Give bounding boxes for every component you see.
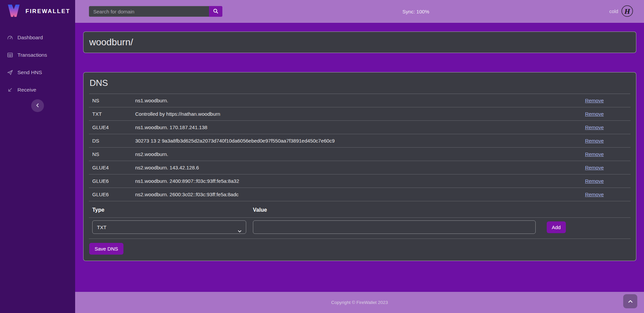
firewallet-w-logo-icon — [6, 3, 21, 19]
top-bar: Sync: 100% cold H — [75, 0, 644, 23]
wallet-name: cold — [609, 9, 618, 14]
remove-record-link[interactable]: Remove — [585, 124, 604, 130]
sidebar-item-send-hns[interactable]: Send HNS — [0, 64, 75, 81]
handshake-logo-icon: H — [621, 5, 633, 18]
dns-records-body: NS ns1.woodburn. Remove TXT Controlled b… — [89, 94, 631, 201]
sidebar-item-receive[interactable]: Receive — [0, 81, 75, 99]
sidebar-item-label: Receive — [17, 87, 36, 93]
record-type: GLUE4 — [89, 121, 132, 134]
copyright-text: Copyright © FireWallet 2023 — [331, 300, 388, 305]
search-button[interactable] — [209, 6, 222, 17]
record-type: NS — [89, 94, 132, 107]
sidebar-collapse-button[interactable] — [31, 99, 44, 112]
record-value: ns1.woodburn. — [132, 94, 543, 107]
remove-record-link[interactable]: Remove — [585, 192, 604, 197]
send-icon — [7, 69, 13, 75]
sidebar-item-label: Dashboard — [17, 35, 43, 41]
add-record-button[interactable]: Add — [547, 221, 566, 233]
chevron-left-icon — [36, 103, 40, 108]
table-row: NS ns1.woodburn. Remove — [89, 94, 631, 107]
gauge-icon — [7, 35, 13, 41]
brand: FIREWALLET — [0, 0, 75, 23]
wallet-menu[interactable]: cold H — [609, 5, 633, 18]
brand-name: FIREWALLET — [25, 8, 70, 15]
scroll-to-top-button[interactable] — [623, 294, 637, 308]
remove-record-link[interactable]: Remove — [585, 138, 604, 144]
table-row: DS 30273 13 2 9a3a8fb3d625d2a2073d740f10… — [89, 134, 631, 148]
domain-title-card: woodburn/ — [83, 32, 636, 53]
table-row: GLUE4 ns2.woodburn. 143.42.128.6 Remove — [89, 161, 631, 174]
remove-record-link[interactable]: Remove — [585, 98, 604, 103]
dns-records-table: NS ns1.woodburn. Remove TXT Controlled b… — [89, 94, 631, 201]
record-value: Controlled by https://nathan.woodburn — [132, 107, 543, 121]
sidebar-item-label: Transactions — [17, 52, 47, 58]
save-dns-button[interactable]: Save DNS — [89, 243, 123, 255]
record-value: ns2.woodburn. 2600:3c02::f03c:93ff:fe5a:… — [132, 188, 543, 201]
chevron-up-icon — [628, 299, 633, 304]
sync-status: Sync: 100% — [402, 9, 429, 14]
record-value: ns1.woodburn. 170.187.241.138 — [132, 121, 543, 134]
sidebar-item-label: Send HNS — [17, 69, 42, 75]
footer: Copyright © FireWallet 2023 — [75, 292, 644, 313]
remove-record-link[interactable]: Remove — [585, 151, 604, 157]
sidebar-item-dashboard[interactable]: Dashboard — [0, 29, 75, 46]
record-type: TXT — [89, 107, 132, 121]
dns-section-title: DNS — [90, 78, 631, 88]
sidebar: FIREWALLET Dashboard — [0, 0, 75, 313]
page-title: woodburn/ — [89, 37, 630, 48]
record-value-input[interactable] — [253, 220, 536, 234]
record-type: GLUE6 — [89, 174, 132, 188]
table-row: NS ns2.woodburn. Remove — [89, 148, 631, 161]
record-value: ns2.woodburn. — [132, 148, 543, 161]
search-icon — [213, 8, 218, 15]
record-type: GLUE4 — [89, 161, 132, 174]
table-row: GLUE4 ns1.woodburn. 170.187.241.138 Remo… — [89, 121, 631, 134]
record-value: 30273 13 2 9a3a8fb3d625d2a2073d740f10da6… — [132, 134, 543, 148]
record-value: ns1.woodburn. 2400:8907::f03c:93ff:fe5a:… — [132, 174, 543, 188]
record-type-select[interactable]: TXT — [92, 220, 246, 234]
record-value: ns2.woodburn. 143.42.128.6 — [132, 161, 543, 174]
record-type: DS — [89, 134, 132, 148]
value-column-header: Value — [250, 201, 539, 218]
main-content: woodburn/ DNS NS ns1.woodburn. Remove TX… — [75, 23, 644, 292]
action-column-header — [539, 201, 631, 218]
search-input[interactable] — [89, 6, 209, 17]
sidebar-nav: Dashboard Transactions — [0, 29, 75, 99]
table-row: GLUE6 ns2.woodburn. 2600:3c02::f03c:93ff… — [89, 188, 631, 201]
record-type: NS — [89, 148, 132, 161]
type-column-header: Type — [89, 201, 250, 218]
remove-record-link[interactable]: Remove — [585, 111, 604, 117]
sidebar-item-transactions[interactable]: Transactions — [0, 46, 75, 64]
receive-icon — [7, 87, 13, 93]
record-type: GLUE6 — [89, 188, 132, 201]
svg-text:H: H — [624, 7, 630, 15]
table-row: TXT Controlled by https://nathan.woodbur… — [89, 107, 631, 121]
content-column: Sync: 100% cold H woodburn/ DNS — [75, 0, 644, 313]
table-icon — [7, 52, 13, 58]
app-window: FIREWALLET Dashboard — [0, 0, 644, 313]
table-row: GLUE6 ns1.woodburn. 2400:8907::f03c:93ff… — [89, 174, 631, 188]
remove-record-link[interactable]: Remove — [585, 178, 604, 184]
remove-record-link[interactable]: Remove — [585, 165, 604, 170]
domain-search — [89, 6, 222, 17]
dns-card: DNS NS ns1.woodburn. Remove TXT Controll… — [83, 72, 636, 261]
dns-add-form: Type Value TXT — [89, 201, 631, 239]
